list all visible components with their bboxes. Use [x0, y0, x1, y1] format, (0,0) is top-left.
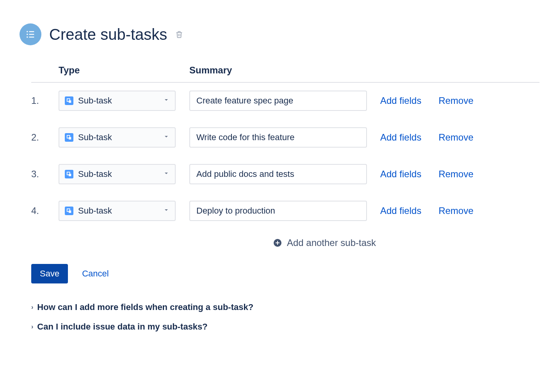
row-number: 1.: [31, 95, 59, 106]
type-select[interactable]: Sub-task: [59, 164, 176, 184]
help-toggle[interactable]: › How can I add more fields when creatin…: [31, 302, 539, 312]
add-fields-link[interactable]: Add fields: [380, 132, 421, 143]
row-number: 2.: [31, 132, 59, 143]
add-fields-link[interactable]: Add fields: [380, 95, 421, 106]
subtask-table: Type Summary 1. Sub-task Add fields Remo…: [31, 65, 539, 332]
chevron-down-icon: [163, 207, 169, 215]
remove-link[interactable]: Remove: [438, 132, 473, 143]
type-label: Sub-task: [78, 169, 163, 179]
subtask-icon: [65, 170, 73, 178]
list-icon: [20, 23, 41, 45]
help-question: Can I include issue data in my sub-tasks…: [37, 322, 207, 332]
chevron-down-icon: [163, 97, 169, 105]
type-label: Sub-task: [78, 132, 163, 143]
type-select[interactable]: Sub-task: [59, 91, 176, 111]
svg-rect-13: [69, 174, 71, 176]
table-row: 4. Sub-task Add fields Remove: [31, 201, 539, 221]
row-number: 3.: [31, 169, 59, 180]
help-question: How can I add more fields when creating …: [37, 302, 253, 312]
row-number: 4.: [31, 205, 59, 216]
help-toggle[interactable]: › Can I include issue data in my sub-tas…: [31, 322, 539, 332]
cancel-button[interactable]: Cancel: [82, 269, 109, 279]
subtask-icon: [65, 133, 73, 142]
svg-point-2: [27, 34, 28, 35]
summary-input[interactable]: [189, 164, 367, 184]
plus-circle-icon: [273, 238, 282, 248]
table-row: 2. Sub-task Add fields Remove: [31, 127, 539, 148]
svg-rect-9: [69, 100, 71, 103]
subtask-icon: [65, 207, 73, 215]
remove-link[interactable]: Remove: [438, 169, 473, 180]
remove-link[interactable]: Remove: [438, 205, 473, 216]
trash-icon[interactable]: [175, 30, 183, 39]
subtask-icon: [65, 96, 73, 105]
type-column-header: Type: [59, 65, 189, 76]
add-fields-link[interactable]: Add fields: [380, 169, 421, 180]
type-label: Sub-task: [78, 206, 163, 216]
type-label: Sub-task: [78, 96, 163, 106]
svg-rect-15: [69, 210, 71, 213]
chevron-right-icon: ›: [31, 323, 33, 330]
page-header: Create sub-tasks: [20, 23, 539, 45]
page-title: Create sub-tasks: [49, 26, 167, 43]
summary-input[interactable]: [189, 91, 367, 111]
add-another-subtask[interactable]: Add another sub-task: [31, 237, 539, 248]
summary-input[interactable]: [189, 127, 367, 148]
type-select[interactable]: Sub-task: [59, 127, 176, 148]
svg-point-0: [27, 31, 28, 32]
footer-buttons: Save Cancel: [31, 264, 539, 283]
table-row: 3. Sub-task Add fields Remove: [31, 164, 539, 184]
type-select[interactable]: Sub-task: [59, 201, 176, 221]
chevron-down-icon: [163, 134, 169, 141]
add-fields-link[interactable]: Add fields: [380, 205, 421, 216]
svg-rect-11: [69, 137, 71, 139]
chevron-right-icon: ›: [31, 304, 33, 311]
table-header: Type Summary: [31, 65, 539, 83]
table-row: 1. Sub-task Add fields Remove: [31, 91, 539, 111]
svg-point-4: [27, 36, 28, 38]
summary-column-header: Summary: [189, 65, 381, 76]
summary-input[interactable]: [189, 201, 367, 221]
add-another-label: Add another sub-task: [287, 237, 376, 248]
save-button[interactable]: Save: [31, 264, 68, 283]
chevron-down-icon: [163, 170, 169, 178]
remove-link[interactable]: Remove: [438, 95, 473, 106]
